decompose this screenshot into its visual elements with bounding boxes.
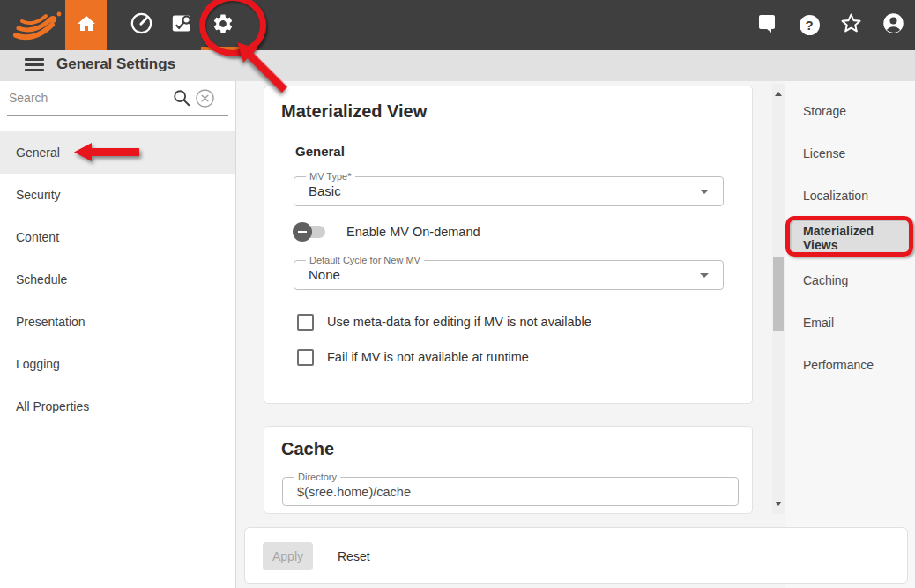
right-nav-list: Storage License Localization Materialize… (785, 90, 915, 386)
sidebar-item-general[interactable]: General (0, 131, 235, 174)
section-nav-sidebar: Storage License Localization Materialize… (785, 81, 915, 588)
default-cycle-value: None (309, 261, 340, 289)
cache-directory-input[interactable] (283, 478, 738, 505)
search-input[interactable] (7, 85, 169, 111)
chat-bubble-icon (757, 13, 778, 38)
search-icon[interactable] (172, 88, 191, 111)
top-app-bar: ? (0, 0, 915, 50)
section-item-localization[interactable]: Localization (785, 175, 915, 217)
clear-search-icon[interactable] (195, 88, 215, 112)
footer-action-bar: Apply Reset (244, 527, 908, 584)
section-item-label: Materialized Views (803, 224, 909, 252)
reset-button[interactable]: Reset (332, 542, 376, 570)
scroll-up-icon[interactable] (775, 92, 782, 96)
section-item-email[interactable]: Email (785, 301, 915, 344)
sidebar-item-schedule[interactable]: Schedule (0, 258, 235, 301)
meta-data-checkbox-row: Use meta-data for editing if MV is not a… (297, 313, 591, 331)
section-item-license[interactable]: License (785, 132, 915, 175)
section-item-performance[interactable]: Performance (785, 344, 915, 386)
help-button[interactable]: ? (789, 0, 829, 50)
materialized-view-card: Materialized View General MV Type* Basic… (264, 86, 753, 404)
use-meta-data-checkbox[interactable] (297, 314, 314, 331)
card-title: Materialized View (281, 101, 427, 122)
sidebar-item-security[interactable]: Security (0, 174, 235, 216)
reports-nav-button[interactable] (161, 0, 202, 50)
sidebar-item-label: Schedule (16, 272, 67, 287)
default-cycle-select[interactable]: Default Cycle for New MV None (294, 260, 724, 290)
section-heading: General (295, 144, 345, 159)
mv-type-select[interactable]: MV Type* Basic (294, 176, 724, 206)
sidebar-item-label: All Properties (16, 399, 89, 413)
menu-hamburger-icon[interactable] (25, 58, 44, 71)
section-item-label: Storage (803, 104, 846, 118)
help-glyph: ? (805, 18, 813, 33)
card-title: Cache (281, 439, 334, 459)
active-tab-indicator (201, 47, 245, 50)
chevron-down-icon (700, 190, 709, 194)
sidebar-item-presentation[interactable]: Presentation (0, 301, 235, 343)
gauge-icon (130, 11, 153, 39)
inetsoft-logo-icon (12, 8, 63, 43)
fail-if-mv-unavailable-checkbox[interactable] (297, 349, 314, 366)
sidebar-item-logging[interactable]: Logging (0, 343, 235, 385)
chat-button[interactable] (748, 0, 788, 50)
settings-nav-button[interactable] (203, 0, 243, 50)
left-nav-list: General Security Content Schedule Presen… (0, 131, 235, 428)
section-item-label: License (803, 146, 845, 160)
search-row (0, 81, 235, 116)
section-item-label: Caching (803, 273, 848, 287)
section-item-label: Localization (803, 189, 868, 203)
content-scrollbar[interactable] (772, 84, 785, 514)
toggle-thumb (293, 222, 312, 242)
sidebar-item-content[interactable]: Content (0, 216, 235, 258)
account-button[interactable] (873, 0, 913, 50)
toggle-label: Enable MV On-demand (346, 225, 480, 239)
help-icon: ? (800, 15, 820, 35)
report-search-icon (170, 11, 194, 39)
settings-left-sidebar: General Security Content Schedule Presen… (0, 81, 236, 588)
section-item-caching[interactable]: Caching (785, 259, 915, 301)
section-item-label: Performance (803, 358, 874, 372)
checkbox-label: Fail if MV is not available at runtime (327, 350, 529, 364)
enable-mv-on-demand-toggle[interactable] (295, 226, 325, 238)
favorites-button[interactable] (830, 0, 871, 50)
home-nav-button[interactable] (65, 0, 107, 50)
fail-mv-checkbox-row: Fail if MV is not available at runtime (297, 348, 529, 366)
apply-button[interactable]: Apply (263, 542, 313, 570)
checkbox-label: Use meta-data for editing if MV is not a… (327, 315, 591, 329)
sidebar-item-label: Logging (16, 357, 60, 371)
section-item-storage[interactable]: Storage (785, 90, 915, 132)
account-icon (882, 11, 905, 39)
cache-card: Cache Directory (264, 426, 753, 514)
chevron-down-icon (700, 273, 709, 278)
sidebar-item-all-properties[interactable]: All Properties (0, 385, 235, 428)
star-icon (839, 11, 863, 39)
page-title: General Settings (56, 56, 175, 73)
section-item-label: Email (803, 316, 834, 330)
home-icon (76, 13, 97, 38)
sidebar-item-label: Content (16, 230, 59, 244)
sidebar-item-label: Presentation (16, 315, 86, 329)
search-underline (7, 115, 228, 116)
section-item-materialized-views[interactable]: Materialized Views (791, 222, 909, 254)
dashboard-nav-button[interactable] (121, 0, 161, 50)
scrollbar-thumb[interactable] (773, 257, 784, 331)
settings-gear-icon (212, 12, 234, 39)
on-demand-toggle-row: Enable MV On-demand (295, 220, 480, 243)
sidebar-item-label: General (16, 145, 60, 160)
cache-directory-field: Directory (282, 477, 739, 506)
scroll-down-icon[interactable] (775, 502, 782, 506)
sidebar-item-label: Security (16, 188, 61, 202)
mv-type-value: Basic (309, 177, 341, 205)
